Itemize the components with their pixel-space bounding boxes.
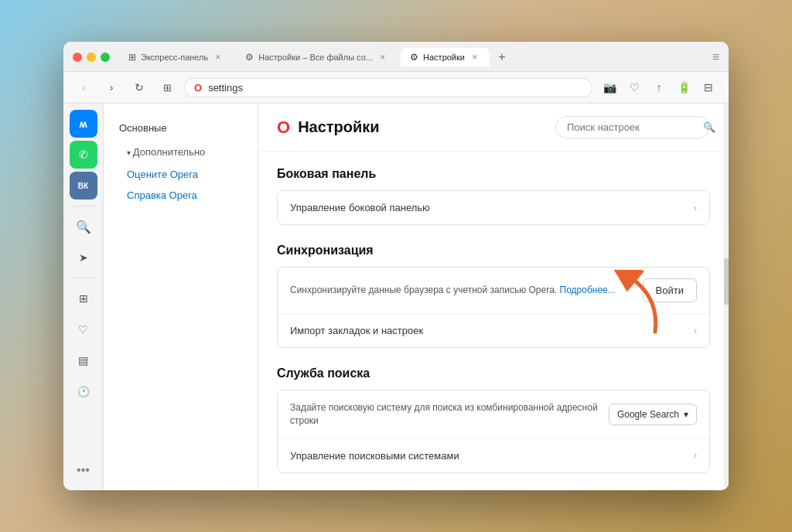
- browser-body: ʍ ✆ ВК 🔍 ➤ ⊞ ♡ ▤: [63, 104, 729, 490]
- sync-link[interactable]: Подробнее...: [560, 285, 616, 295]
- sidebar-more-icon: •••: [77, 463, 90, 477]
- opera-logo-address: O: [194, 82, 202, 94]
- settings-title-area: O Настройки: [277, 118, 543, 138]
- scrollbar[interactable]: [724, 104, 729, 490]
- close-button[interactable]: [73, 53, 82, 62]
- whatsapp-icon: ✆: [79, 148, 88, 161]
- tab-list-menu[interactable]: ≡: [712, 50, 719, 64]
- share-icon[interactable]: ↑: [648, 77, 670, 98]
- sidebar-divider-1: [72, 206, 95, 206]
- grid-icon: ⊞: [128, 52, 136, 63]
- traffic-lights: [73, 53, 110, 62]
- nav-item-advanced[interactable]: Дополнительно: [104, 140, 258, 164]
- settings-nav: Основные Дополнительно Оцените Opera Спр…: [104, 104, 258, 490]
- tab-settings[interactable]: ⚙ Настройки ✕: [401, 48, 490, 66]
- tab-add-button[interactable]: +: [493, 48, 511, 66]
- nav-link-rate[interactable]: Оцените Opera: [104, 164, 258, 185]
- sync-desc-text: Синхронизируйте данные браузера с учетно…: [290, 285, 557, 295]
- toolbar-actions: 📷 ♡ ↑ 🔋 ⊟: [599, 77, 719, 98]
- favorites-icon: ♡: [78, 323, 88, 336]
- import-label: Импорт закладок и настроек: [290, 325, 694, 336]
- camera-icon[interactable]: 📷: [599, 77, 620, 98]
- sidebar-icon-apps[interactable]: ⊞: [70, 285, 97, 312]
- manage-sidebar-chevron: ›: [694, 203, 697, 213]
- settings-header: O Настройки 🔍: [258, 104, 729, 152]
- sidebar-icon-history[interactable]: 🕐: [70, 377, 97, 405]
- sidebar-divider-2: [72, 278, 95, 278]
- scrollbar-thumb[interactable]: [724, 258, 729, 305]
- search-engine-description: Задайте поисковую систему для поиска из …: [290, 401, 609, 428]
- back-button[interactable]: ‹: [73, 77, 94, 98]
- section-search: Служба поиска Задайте поисковую систему …: [277, 367, 710, 473]
- nav-item-main[interactable]: Основные: [104, 116, 258, 140]
- search-card: Задайте поисковую систему для поиска из …: [277, 390, 710, 473]
- manage-search-label: Управление поисковыми системами: [290, 450, 694, 462]
- messenger-icon: ʍ: [79, 118, 87, 130]
- search-icon-settings: 🔍: [703, 121, 715, 133]
- gear-icon-tab2: ⚙: [245, 52, 254, 63]
- sync-description: Синхронизируйте данные браузера с учетно…: [290, 284, 633, 297]
- address-text: settings: [208, 82, 582, 94]
- tab-close-express[interactable]: ✕: [213, 52, 224, 63]
- row-sync-login: Синхронизируйте данные браузера с учетно…: [278, 268, 709, 314]
- settings-main-wrapper: O Настройки 🔍 Боковая панель Упр: [258, 104, 729, 490]
- nav-rate-label: Оцените Opera: [127, 169, 198, 180]
- dropdown-arrow-icon: ▾: [684, 409, 688, 420]
- address-bar[interactable]: O settings: [184, 78, 592, 97]
- sidebar: ʍ ✆ ВК 🔍 ➤ ⊞ ♡ ▤: [63, 104, 104, 490]
- tabs-row: ⊞ Экспресс-панель ✕ ⚙ Настройки – Все фа…: [119, 48, 719, 66]
- sync-card: Синхронизируйте данные браузера с учетно…: [277, 267, 710, 348]
- row-manage-sidebar[interactable]: Управление боковой панелью ›: [278, 191, 709, 224]
- sidebar-more-button[interactable]: •••: [70, 456, 97, 484]
- search-engine-dropdown[interactable]: Google Search ▾: [609, 404, 697, 425]
- battery-icon[interactable]: 🔋: [673, 77, 695, 98]
- tab-settings-all[interactable]: ⚙ Настройки – Все файлы со... ✕: [236, 48, 398, 66]
- search-engine-value: Google Search: [617, 409, 679, 420]
- minimize-button[interactable]: [87, 53, 96, 62]
- forward-button[interactable]: ›: [101, 77, 122, 98]
- section-sidebar-panel: Боковая панель Управление боковой панель…: [277, 167, 710, 225]
- nav-help-label: Справка Opera: [127, 189, 197, 201]
- sidebar-icon-vk[interactable]: ВК: [70, 172, 97, 200]
- login-button[interactable]: Войти: [643, 278, 697, 302]
- reader-icon: ▤: [78, 354, 88, 367]
- title-bar: ⊞ Экспресс-панель ✕ ⚙ Настройки – Все фа…: [63, 42, 729, 72]
- tab-close-settings-all[interactable]: ✕: [377, 52, 388, 63]
- sidebar-icon-favorites[interactable]: ♡: [70, 315, 97, 343]
- opera-logo: O: [277, 118, 290, 138]
- row-manage-search[interactable]: Управление поисковыми системами ›: [278, 439, 709, 472]
- menu-icon[interactable]: ⊟: [698, 77, 719, 98]
- nav-advanced-label: Дополнительно: [133, 146, 206, 158]
- manage-search-chevron: ›: [694, 450, 697, 461]
- toolbar: ‹ › ↻ ⊞ O settings 📷 ♡ ↑ 🔋 ⊟: [63, 72, 729, 104]
- sidebar-icon-search[interactable]: 🔍: [70, 213, 97, 240]
- heart-icon[interactable]: ♡: [623, 77, 645, 98]
- row-import[interactable]: Импорт закладок и настроек ›: [278, 314, 709, 347]
- sidebar-icon-navigation[interactable]: ➤: [70, 244, 97, 271]
- grid-view-button[interactable]: ⊞: [156, 77, 178, 98]
- manage-sidebar-label: Управление боковой панелью: [290, 202, 694, 213]
- reload-button[interactable]: ↻: [128, 77, 150, 98]
- vk-icon: ВК: [78, 182, 88, 190]
- apps-icon: ⊞: [79, 292, 88, 305]
- sidebar-icon-whatsapp[interactable]: ✆: [70, 141, 97, 169]
- section-sidebar-title: Боковая панель: [277, 167, 710, 181]
- content-area: Основные Дополнительно Оцените Opera Спр…: [104, 104, 729, 490]
- settings-search-bar[interactable]: 🔍: [555, 116, 710, 138]
- section-sync: Синхронизация Синхронизируйте данные бра…: [277, 244, 710, 348]
- tab-close-settings[interactable]: ✕: [469, 52, 480, 63]
- maximize-button[interactable]: [101, 53, 110, 62]
- search-icon: 🔍: [76, 220, 91, 234]
- import-chevron: ›: [694, 326, 697, 336]
- sidebar-icon-messenger[interactable]: ʍ: [70, 110, 97, 138]
- gear-icon-tab3: ⚙: [410, 52, 418, 63]
- tab-express[interactable]: ⊞ Экспресс-панель ✕: [119, 48, 233, 66]
- settings-main: Боковая панель Управление боковой панель…: [258, 152, 729, 490]
- tab-express-label: Экспресс-панель: [141, 53, 208, 62]
- nav-link-help[interactable]: Справка Opera: [104, 185, 258, 206]
- section-search-title: Служба поиска: [277, 367, 710, 380]
- settings-page-title: Настройки: [298, 118, 380, 136]
- settings-search-input[interactable]: [567, 121, 697, 133]
- sidebar-icon-reader[interactable]: ▤: [70, 346, 97, 374]
- navigation-icon: ➤: [79, 251, 88, 264]
